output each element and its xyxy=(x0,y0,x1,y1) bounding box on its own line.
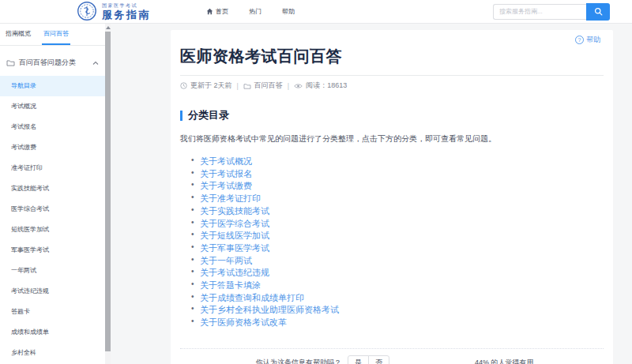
sidebar-category-item[interactable]: 医学综合考试 xyxy=(0,199,105,220)
category-link[interactable]: 关于答题卡填涂 xyxy=(200,280,261,290)
chevron-up-icon[interactable] xyxy=(92,61,99,66)
category-link[interactable]: 关于短线医学加试 xyxy=(200,231,269,240)
category-link[interactable]: 关于准考证打印 xyxy=(200,193,261,203)
category-link[interactable]: 关于一年两试 xyxy=(200,256,252,265)
sidebar-category-item[interactable]: 考试违纪违规 xyxy=(0,281,105,302)
category-link-item: 关于医师资格考试改革 xyxy=(191,316,604,328)
heading-accent-bar xyxy=(180,111,182,121)
feedback-widget: 你认为这条信息有帮助吗？ 是 否 44% 的人觉得有用 xyxy=(180,348,604,364)
category-tree-title: 百问百答问题分类 xyxy=(19,58,76,68)
content-card: ? 帮助 医师资格考试百问百答 更新于 2天前 | 百问百答 | 阅读：1861… xyxy=(171,30,613,364)
nav-help[interactable]: 帮助 xyxy=(282,7,295,16)
category-link[interactable]: 关于乡村全科执业助理医师资格考试 xyxy=(200,305,339,314)
logo-title: 服务指南 xyxy=(102,9,151,20)
article-help-link[interactable]: ? 帮助 xyxy=(575,35,600,45)
top-header: 国家医学考试 服务指南 首页 热门 帮助 xyxy=(0,0,632,24)
category-link-item: 关于答题卡填涂 xyxy=(191,279,604,291)
feedback-no-button[interactable]: 否 xyxy=(368,355,389,364)
tab-guide-overview[interactable]: 指南概览 xyxy=(4,24,32,45)
question-circle-icon: ? xyxy=(575,36,584,44)
category-link-item: 关于军事医学考试 xyxy=(191,242,604,254)
feedback-stat: 44% 的人觉得有用 xyxy=(475,358,534,364)
folder-icon xyxy=(6,59,15,66)
page-title: 医师资格考试百问百答 xyxy=(180,30,604,67)
sidebar-category-item[interactable]: 考试缴费 xyxy=(0,137,105,158)
nav-hot-label: 热门 xyxy=(249,7,261,16)
category-link[interactable]: 关于实践技能考试 xyxy=(200,206,269,216)
search-input[interactable] xyxy=(493,4,586,20)
scrollbar-up-arrow-icon[interactable] xyxy=(106,26,111,29)
sidebar-category-item[interactable]: 短线医学加试 xyxy=(0,220,105,240)
sidebar-category-list: 导航目录考试概况考试报名考试缴费准考证打印实践技能考试医学综合考试短线医学加试军… xyxy=(0,76,105,363)
category-link-item: 关于考试违纪违规 xyxy=(191,266,604,279)
category-link-item: 关于考试缴费 xyxy=(191,179,604,192)
home-icon xyxy=(206,8,213,15)
category-link[interactable]: 关于成绩查询和成绩单打印 xyxy=(200,293,304,302)
category-link-item: 关于考试概况 xyxy=(191,155,604,167)
sidebar-category-item[interactable]: 考试概况 xyxy=(0,96,105,117)
folder-small-icon xyxy=(243,83,251,89)
category-link[interactable]: 关于考试概况 xyxy=(200,156,252,166)
nav-help-label: 帮助 xyxy=(282,7,295,16)
feedback-question: 你认为这条信息有帮助吗？ xyxy=(256,358,341,364)
meta-updated: 更新于 2天前 xyxy=(190,81,232,91)
title-divider xyxy=(180,75,604,76)
category-link-item: 关于准考证打印 xyxy=(191,192,604,205)
meta-category: 百问百答 xyxy=(254,81,283,91)
scrollbar-thumb[interactable] xyxy=(105,32,111,351)
search-button[interactable] xyxy=(586,3,610,21)
section-heading: 分类目录 xyxy=(180,108,604,122)
left-sidebar: 指南概览 百问百答 百问百答问题分类 导航目录考试概况考试报名考试缴费准考证打印… xyxy=(0,24,105,364)
article-help-label: 帮助 xyxy=(586,35,600,45)
sidebar-category-item[interactable]: 准考证打印 xyxy=(0,158,105,178)
category-link-list: 关于考试概况 关于考试报名 关于考试缴费 关于准考证打印 关于实践技能考试 关于… xyxy=(180,155,604,328)
sidebar-category-item[interactable]: 乡村全科 xyxy=(0,343,105,363)
sidebar-category-item[interactable]: 一年两试 xyxy=(0,261,105,281)
nav-hot[interactable]: 热门 xyxy=(249,7,261,16)
category-link-item: 关于实践技能考试 xyxy=(191,205,604,217)
site-logo[interactable]: 国家医学考试 服务指南 xyxy=(77,2,151,21)
sidebar-category-item[interactable]: 考试报名 xyxy=(0,117,105,137)
category-link[interactable]: 关于考试违纪违规 xyxy=(200,268,269,277)
clock-icon xyxy=(180,82,187,89)
eye-icon xyxy=(294,83,303,89)
sidebar-tabs: 指南概览 百问百答 xyxy=(0,24,105,46)
meta-reads: 阅读：18613 xyxy=(306,81,347,91)
sidebar-category-item[interactable]: 实践技能考试 xyxy=(0,178,105,199)
intro-paragraph: 我们将医师资格考试中常见的问题进行了分类整理，点击下方的分类，即可查看常见问题。 xyxy=(180,133,604,144)
meta-separator: | xyxy=(237,82,239,90)
section-heading-label: 分类目录 xyxy=(188,108,229,122)
sidebar-category-item[interactable]: 成绩和成绩单 xyxy=(0,322,105,343)
sidebar-category-item[interactable]: 导航目录 xyxy=(0,76,105,96)
sidebar-scrollbar[interactable] xyxy=(105,24,111,364)
category-tree-header[interactable]: 百问百答问题分类 xyxy=(6,58,99,68)
category-link[interactable]: 关于考试缴费 xyxy=(200,181,252,190)
search-bar xyxy=(493,3,610,21)
logo-subtitle: 国家医学考试 xyxy=(102,3,151,8)
article-meta: 更新于 2天前 | 百问百答 | 阅读：18613 xyxy=(180,81,604,91)
nav-home-label: 首页 xyxy=(216,7,228,16)
category-link-item: 关于考试报名 xyxy=(191,167,604,180)
category-link-item: 关于短线医学加试 xyxy=(191,229,604,242)
category-link[interactable]: 关于医学综合考试 xyxy=(200,219,269,228)
category-link[interactable]: 关于医师资格考试改革 xyxy=(200,317,287,327)
magnifier-icon xyxy=(594,7,603,16)
nav-home[interactable]: 首页 xyxy=(206,7,228,16)
sidebar-category-item[interactable]: 答题卡 xyxy=(0,302,105,322)
category-link-item: 关于成绩查询和成绩单打印 xyxy=(191,291,604,304)
top-nav: 首页 热门 帮助 xyxy=(206,7,295,16)
feedback-button-group: 是 否 xyxy=(348,355,389,364)
category-link[interactable]: 关于考试报名 xyxy=(200,169,252,178)
logo-emblem-icon xyxy=(77,1,97,21)
sidebar-category-item[interactable]: 军事医学考试 xyxy=(0,240,105,261)
category-link-item: 关于乡村全科执业助理医师资格考试 xyxy=(191,303,604,316)
tab-faq[interactable]: 百问百答 xyxy=(42,24,70,45)
feedback-yes-button[interactable]: 是 xyxy=(348,355,369,364)
category-link[interactable]: 关于军事医学考试 xyxy=(200,243,269,253)
meta-separator-2: | xyxy=(288,82,289,90)
category-link-item: 关于一年两试 xyxy=(191,254,604,267)
category-link-item: 关于医学综合考试 xyxy=(191,217,604,230)
